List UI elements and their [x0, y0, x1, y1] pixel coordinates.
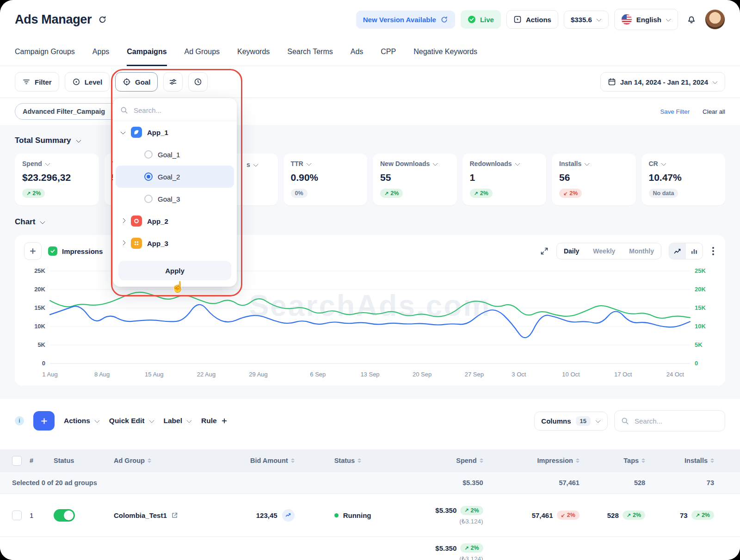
chevron-down-icon	[76, 137, 81, 142]
sort-icon[interactable]	[480, 458, 483, 463]
status-toggle-on[interactable]	[54, 509, 75, 522]
date-range-picker[interactable]: Jan 14, 2024 - Jan 21, 2024	[600, 72, 725, 92]
tab-cpp[interactable]: CPP	[381, 39, 396, 66]
plus-icon	[221, 418, 228, 424]
ad-group-name[interactable]: Colombia_Test1	[114, 511, 167, 519]
sort-icon[interactable]	[358, 458, 361, 463]
sort-icon[interactable]	[641, 458, 645, 463]
sort-icon[interactable]	[710, 458, 714, 463]
columns-button[interactable]: Columns 15	[534, 412, 608, 431]
refresh-icon[interactable]	[98, 15, 107, 24]
filter-button[interactable]: Filter	[15, 72, 59, 92]
label-menu[interactable]: Label	[164, 417, 192, 425]
table-search-input[interactable]	[634, 417, 718, 425]
col-taps[interactable]: Taps	[592, 457, 664, 464]
language-dropdown[interactable]: English	[614, 9, 678, 30]
sort-icon[interactable]	[148, 458, 151, 463]
balance-dropdown[interactable]: $335.6	[564, 11, 609, 29]
svg-text:13 Sep: 13 Sep	[360, 371, 379, 378]
search-icon	[621, 417, 629, 425]
sort-icon[interactable]	[291, 458, 295, 463]
notifications-button[interactable]	[684, 12, 699, 27]
chevron-right-icon[interactable]	[120, 240, 125, 245]
row-checkbox[interactable]	[12, 511, 22, 520]
add-button[interactable]	[33, 411, 55, 431]
col-status-2[interactable]: Status	[319, 457, 399, 464]
svg-text:29 Aug: 29 Aug	[249, 371, 268, 378]
range-daily[interactable]: Daily	[557, 243, 586, 259]
summary-card-cr[interactable]: CR 10.47% No data	[641, 154, 726, 205]
radio-unselected[interactable]	[144, 150, 153, 159]
goal-option-2-selected[interactable]: Goal_2	[116, 166, 234, 188]
goal-button[interactable]: Goal	[115, 72, 158, 92]
level-button[interactable]: Level	[65, 72, 110, 92]
chevron-down-icon	[94, 418, 99, 423]
trend-badge-up: 2%	[460, 506, 483, 515]
summary-card-installs[interactable]: Installs 56 2%	[552, 154, 636, 205]
rule-button[interactable]: Rule	[201, 417, 228, 425]
tree-item-app-1[interactable]: App_1	[113, 121, 237, 143]
avatar[interactable]	[705, 9, 725, 30]
actions-button[interactable]: Actions	[506, 10, 558, 29]
tab-ad-groups[interactable]: Ad Groups	[185, 39, 220, 66]
summary-card-spend[interactable]: Spend $23.296,32 2%	[15, 154, 99, 205]
line-chart-icon[interactable]	[669, 243, 686, 259]
bar-chart-icon[interactable]	[686, 243, 703, 259]
goal-search[interactable]	[113, 100, 237, 121]
expand-chart-button[interactable]	[540, 246, 549, 256]
new-version-label: New Version Available	[363, 16, 436, 24]
new-version-button[interactable]: New Version Available	[356, 11, 455, 29]
tab-apps[interactable]: Apps	[92, 39, 109, 66]
col-spend[interactable]: Spend	[399, 457, 495, 464]
svg-text:8 Aug: 8 Aug	[94, 371, 110, 378]
tab-campaign-groups[interactable]: Campaign Groups	[15, 39, 75, 66]
selection-summary-text: Selected 0 of 20 ad groups	[0, 479, 238, 486]
select-all-checkbox[interactable]	[12, 456, 22, 466]
tab-campaigns[interactable]: Campaigns	[127, 39, 166, 66]
summary-card-new-downloads[interactable]: New Downloads 55 2%	[373, 154, 457, 205]
history-button[interactable]	[188, 72, 208, 92]
external-link-icon[interactable]	[171, 512, 178, 519]
col-impression[interactable]: Impression	[495, 457, 592, 464]
balance-value: $335.6	[571, 16, 592, 24]
summary-card-redownloads[interactable]: Redownloads 1 2%	[462, 154, 547, 205]
svg-text:0: 0	[42, 360, 45, 367]
add-metric-button[interactable]	[24, 242, 42, 260]
range-monthly[interactable]: Monthly	[622, 243, 661, 259]
tab-negative-keywords[interactable]: Negative Keywords	[413, 39, 477, 66]
info-icon[interactable]: i	[15, 416, 24, 425]
chevron-down-icon[interactable]	[120, 129, 125, 134]
plus-icon	[40, 417, 48, 425]
chevron-right-icon[interactable]	[120, 218, 125, 223]
checkbox-checked-icon[interactable]	[48, 246, 57, 256]
apply-button[interactable]: Apply	[118, 261, 231, 280]
impressions-series-toggle[interactable]: Impressions	[48, 246, 103, 256]
edit-bid-icon[interactable]	[282, 509, 295, 522]
range-weekly[interactable]: Weekly	[586, 243, 622, 259]
sort-icon[interactable]	[576, 458, 580, 463]
advanced-filter-chip[interactable]: Advanced Filter_Campaig	[15, 103, 121, 120]
tab-ads[interactable]: Ads	[351, 39, 364, 66]
col-bid-amount[interactable]: Bid Amount	[238, 457, 319, 464]
tree-item-app-2[interactable]: App_2	[113, 210, 237, 232]
goal-option-1[interactable]: Goal_1	[116, 143, 234, 166]
summary-card-ttr[interactable]: TTR 0.90% 0%	[284, 154, 368, 205]
tab-keywords[interactable]: Keywords	[237, 39, 270, 66]
actions-menu[interactable]: Actions	[64, 417, 100, 425]
goal-search-input[interactable]	[133, 106, 229, 115]
goal-option-3[interactable]: Goal_3	[116, 188, 234, 210]
radio-unselected[interactable]	[144, 195, 153, 203]
chart-more-menu[interactable]	[710, 245, 716, 257]
header: Ads Manager New Version Available Live A…	[0, 0, 740, 39]
running-status-dot	[334, 513, 339, 517]
adjustments-button[interactable]	[163, 72, 183, 92]
col-ad-group[interactable]: Ad Group	[114, 457, 238, 464]
table-search[interactable]	[614, 410, 725, 431]
quick-edit-menu[interactable]: Quick Edit	[109, 417, 154, 425]
tree-item-app-3[interactable]: App_3	[113, 232, 237, 254]
col-installs[interactable]: Installs	[664, 457, 740, 464]
tab-search-terms[interactable]: Search Terms	[287, 39, 333, 66]
radio-selected[interactable]	[144, 172, 153, 181]
save-filter-link[interactable]: Save Filter	[660, 108, 690, 115]
clear-all-link[interactable]: Clear all	[703, 108, 725, 115]
